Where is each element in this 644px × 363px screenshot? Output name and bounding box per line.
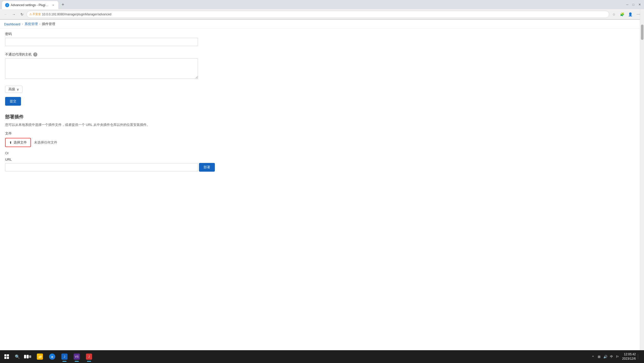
deploy-section-title: 部署插件	[5, 114, 251, 120]
url-input[interactable]	[5, 163, 198, 171]
taskbar: 🔍 📁 e J VS J	[0, 350, 644, 359]
profile-button[interactable]: 👤	[627, 11, 634, 18]
taskbar-app-jenkins[interactable]: J	[83, 351, 95, 359]
or-divider: Or	[5, 151, 251, 155]
taskbar-apps: 📁 e J VS J	[34, 351, 95, 359]
forward-button[interactable]: →	[10, 11, 17, 18]
jenkins-icon: J	[86, 354, 92, 359]
back-button[interactable]: ←	[2, 11, 9, 18]
maximize-button[interactable]: □	[631, 2, 635, 7]
file-upload-row: ⬆ 选择文件 未选择任何文件	[5, 138, 251, 147]
advanced-label: 高级	[8, 87, 15, 92]
ime-icon[interactable]: 中	[609, 354, 614, 359]
taskbar-app-file-explorer[interactable]: 📁	[34, 351, 46, 359]
task-view-icon	[24, 355, 31, 358]
taskbar-search-button[interactable]: 🔍	[13, 352, 22, 359]
file-choose-label: 选择文件	[14, 140, 27, 145]
show-desktop-button[interactable]	[638, 354, 640, 359]
no-proxy-label: 不通过代理的主机 ?	[5, 52, 251, 57]
taskbar-app-vs[interactable]: VS	[71, 351, 82, 359]
security-warning: ⚠ 不安全	[29, 12, 41, 16]
start-button[interactable]	[2, 352, 11, 359]
address-text: 10.0.0.191:8080/manage/pluginManager/adv…	[42, 13, 112, 16]
file-no-file-text: 未选择任何文件	[34, 140, 57, 145]
submit-button[interactable]: 提交	[5, 97, 21, 106]
scrollbar-thumb[interactable]	[641, 25, 643, 40]
task-view-button[interactable]	[23, 352, 32, 359]
advanced-toggle[interactable]: 高级 ∨	[5, 86, 23, 93]
deploy-plugin-section: 部署插件 您可以从本地系统中选择一个插件文件，或者提供一个 URL 从中央插件仓…	[5, 114, 251, 175]
deploy-button[interactable]: 部署	[199, 163, 215, 172]
tray-arrow-icon[interactable]: ^	[591, 354, 596, 359]
upload-icon: ⬆	[9, 141, 12, 145]
tab-title: Advanced settings - Plugins |	[11, 3, 50, 7]
advanced-settings-app-icon: J	[61, 354, 68, 359]
advanced-chevron-icon: ∨	[17, 87, 19, 91]
taskbar-app-advanced-settings[interactable]: J	[59, 351, 70, 359]
no-proxy-help-icon[interactable]: ?	[33, 52, 37, 57]
main-content: 密码 不通过代理的主机 ? 高级 ∨ 提交 部署插件 您可以从本地系统中选择一个…	[0, 32, 256, 192]
clock-time: 12:05:42	[622, 352, 636, 357]
no-proxy-section: 不通过代理的主机 ?	[5, 52, 251, 80]
taskbar-app-edge[interactable]: e	[47, 351, 58, 359]
breadcrumb-current: 插件管理	[42, 22, 55, 26]
warning-icon: ⚠	[29, 13, 32, 16]
password-section: 密码	[5, 32, 251, 46]
extensions-button[interactable]: 🧩	[618, 11, 626, 18]
flag-icon[interactable]: 🏳	[615, 354, 620, 359]
password-label: 密码	[5, 32, 251, 36]
breadcrumb-dashboard[interactable]: Dashboard	[4, 22, 20, 26]
reload-button[interactable]: ↻	[18, 11, 26, 18]
bookmark-button[interactable]: ☆	[610, 11, 617, 18]
password-input[interactable]	[5, 38, 198, 46]
deploy-section-desc: 您可以从本地系统中选择一个插件文件，或者提供一个 URL 从中央插件仓库以外的位…	[5, 123, 251, 127]
clock-date: 2023/12/6	[622, 357, 636, 359]
tab-bar: J Advanced settings - Plugins | × + ─ □ …	[0, 0, 644, 9]
breadcrumb-sep-2: ›	[39, 22, 40, 26]
file-choose-button[interactable]: ⬆ 选择文件	[5, 138, 31, 147]
volume-icon[interactable]: 🔊	[603, 354, 608, 359]
url-label: URL	[5, 158, 251, 161]
no-proxy-textarea[interactable]	[5, 58, 198, 79]
file-label: 文件	[5, 131, 251, 136]
tab-close-button[interactable]: ×	[51, 3, 55, 7]
windows-logo	[4, 354, 9, 359]
breadcrumb-sep-1: ›	[22, 22, 23, 26]
taskbar-clock[interactable]: 12:05:42 2023/12/6	[622, 352, 636, 359]
address-input[interactable]: ⚠ 不安全 10.0.0.191:8080/manage/pluginManag…	[27, 11, 609, 18]
minimize-button[interactable]: ─	[625, 2, 629, 7]
vs-icon: VS	[74, 354, 80, 359]
breadcrumb-system-management[interactable]: 系统管理	[25, 22, 38, 26]
edge-icon: e	[49, 354, 55, 359]
scrollbar[interactable]	[640, 9, 644, 350]
page-content: 密码 不通过代理的主机 ? 高级 ∨ 提交 部署插件 您可以从本地系统中选择一个…	[0, 29, 644, 359]
tab-favicon: J	[5, 3, 9, 7]
address-bar: ← → ↻ ⚠ 不安全 10.0.0.191:8080/manage/plugi…	[0, 9, 644, 19]
address-bar-actions: ☆ 🧩 👤 ⋯	[610, 11, 642, 18]
taskbar-right: ^ ⊞ 🔊 中 🏳 12:05:42 2023/12/6	[591, 352, 642, 359]
network-icon[interactable]: ⊞	[597, 354, 602, 359]
system-tray: ^ ⊞ 🔊 中 🏳	[591, 354, 620, 359]
window-controls: ─ □ ✕	[625, 2, 642, 7]
breadcrumb: Dashboard › 系统管理 › 插件管理	[0, 20, 644, 29]
browser-chrome: J Advanced settings - Plugins | × + ─ □ …	[0, 0, 644, 20]
close-window-button[interactable]: ✕	[637, 2, 642, 7]
active-tab[interactable]: J Advanced settings - Plugins | ×	[2, 1, 58, 9]
new-tab-button[interactable]: +	[59, 1, 66, 8]
submit-section: 提交	[5, 97, 251, 106]
